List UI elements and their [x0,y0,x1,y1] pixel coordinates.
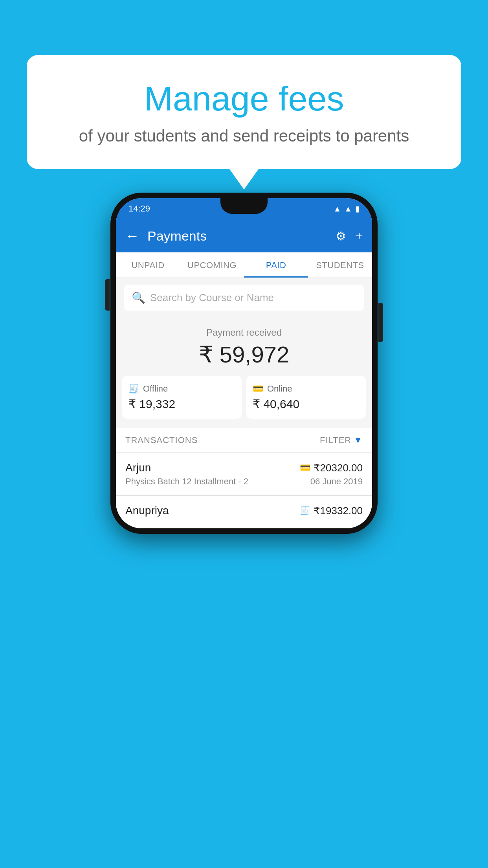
app-bar-icons: ⚙ + [336,229,363,243]
transaction-amount: ₹19332.00 [314,505,363,517]
transaction-row-anupriya[interactable]: Anupriya 🧾 ₹19332.00 [116,496,372,528]
search-container: 🔍 Search by Course or Name [116,278,372,318]
tab-upcoming[interactable]: UPCOMING [180,252,244,278]
transaction-amount-row: 🧾 ₹19332.00 [300,505,363,517]
transaction-name: Anupriya [125,504,169,517]
filter-label: FILTER [320,435,351,445]
transactions-header: TRANSACTIONS FILTER ▼ [116,428,372,453]
search-placeholder: Search by Course or Name [150,292,274,304]
offline-label: 🧾 Offline [128,384,235,394]
back-button[interactable]: ← [125,228,139,244]
manage-fees-subtitle: of your students and send receipts to pa… [58,127,430,145]
offline-payment-card: 🧾 Offline ₹ 19,332 [122,376,242,419]
offline-amount: ₹ 19,332 [128,397,235,411]
phone-outer: 14:29 ▲ ▲ ▮ ← Payments ⚙ + UNPAID [110,193,378,534]
signal-icon: ▲ [344,204,352,213]
speech-bubble: Manage fees of your students and send re… [27,55,461,169]
app-bar-title: Payments [147,228,336,244]
phone-screen: 14:29 ▲ ▲ ▮ ← Payments ⚙ + UNPAID [116,198,372,528]
status-icons: ▲ ▲ ▮ [333,204,360,213]
transaction-amount: ₹20320.00 [314,462,363,474]
transaction-name: Arjun [125,462,151,474]
filter-button[interactable]: FILTER ▼ [320,435,363,445]
tab-students[interactable]: STUDENTS [308,252,372,278]
online-amount: ₹ 40,640 [253,397,360,411]
payment-cards: 🧾 Offline ₹ 19,332 💳 Online ₹ 40,640 [116,376,372,428]
app-bar: ← Payments ⚙ + [116,219,372,252]
tabs: UNPAID UPCOMING PAID STUDENTS [116,252,372,278]
notch [220,198,268,214]
transactions-label: TRANSACTIONS [125,435,198,445]
transaction-row-arjun[interactable]: Arjun 💳 ₹20320.00 Physics Batch 12 Insta… [116,453,372,496]
tab-paid[interactable]: PAID [244,252,308,278]
phone-mockup: 14:29 ▲ ▲ ▮ ← Payments ⚙ + UNPAID [110,193,378,534]
search-bar[interactable]: 🔍 Search by Course or Name [124,285,364,311]
payment-summary: Payment received ₹ 59,972 [116,318,372,376]
online-icon: 💳 [253,384,263,394]
online-payment-card: 💳 Online ₹ 40,640 [246,376,366,419]
payment-total-amount: ₹ 59,972 [124,341,364,368]
transaction-amount-row: 💳 ₹20320.00 [300,462,363,474]
transaction-date: 06 June 2019 [310,476,363,487]
online-label: 💳 Online [253,384,360,394]
speech-bubble-container: Manage fees of your students and send re… [27,55,461,169]
online-payment-icon: 💳 [300,463,310,473]
filter-icon: ▼ [354,435,363,445]
battery-icon: ▮ [355,204,360,213]
tab-unpaid[interactable]: UNPAID [116,252,180,278]
status-time: 14:29 [128,204,150,214]
payment-received-label: Payment received [124,327,364,338]
wifi-icon: ▲ [333,204,341,213]
offline-payment-icon: 🧾 [300,506,310,516]
transaction-course: Physics Batch 12 Installment - 2 [125,476,248,487]
status-bar: 14:29 ▲ ▲ ▮ [116,198,372,219]
offline-icon: 🧾 [128,384,139,394]
add-button[interactable]: + [356,229,363,243]
settings-button[interactable]: ⚙ [336,229,346,243]
search-icon: 🔍 [132,291,145,304]
manage-fees-title: Manage fees [58,79,430,119]
